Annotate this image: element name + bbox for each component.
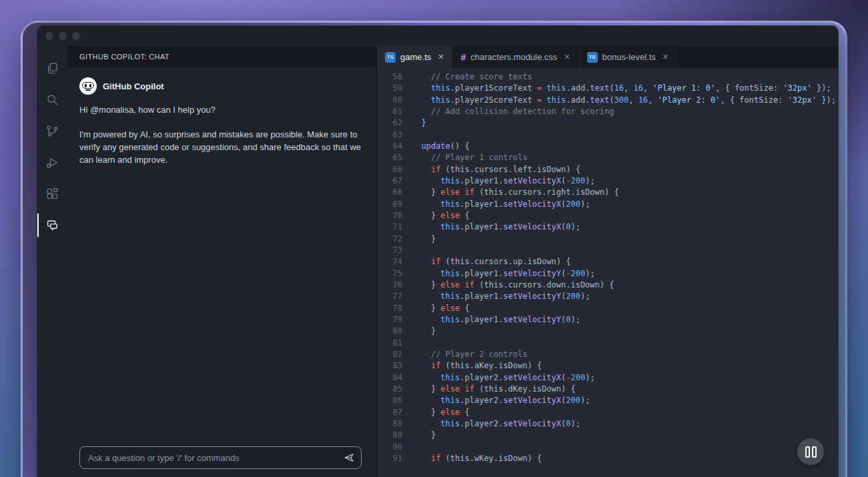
explorer-icon bbox=[45, 61, 59, 75]
code-line: 86 this.player2.setVelocityX(200); bbox=[377, 395, 838, 406]
code-line: 61 // Add collision detection for scorin… bbox=[377, 106, 838, 117]
code-editor[interactable]: 58 // Create score texts59 this.player1S… bbox=[377, 68, 838, 477]
chat-input-container bbox=[79, 446, 362, 469]
assistant-row: GitHub Copilot bbox=[79, 77, 363, 95]
code-line: 77 this.player1.setVelocityY(200); bbox=[377, 291, 838, 302]
tab-characters.module.css[interactable]: #characters.module.css✕ bbox=[452, 46, 578, 68]
title-bar bbox=[37, 26, 838, 46]
code-line: 89 } bbox=[377, 430, 838, 441]
greeting-message: Hi @monalisa, how can I help you? bbox=[79, 103, 363, 116]
typescript-file-icon: TS bbox=[587, 52, 598, 63]
traffic-light-close[interactable] bbox=[45, 32, 53, 40]
close-icon[interactable]: ✕ bbox=[564, 53, 570, 61]
code-line: 76 } else if (this.cursors.down.isDown) … bbox=[377, 280, 838, 291]
source-control-icon bbox=[45, 124, 59, 138]
line-number: 84 bbox=[377, 372, 402, 384]
line-number: 80 bbox=[377, 326, 402, 337]
line-number: 73 bbox=[377, 245, 402, 256]
line-number: 62 bbox=[377, 117, 402, 129]
code-line: 72 } bbox=[377, 233, 838, 245]
close-icon[interactable]: ✕ bbox=[438, 53, 444, 61]
line-number: 82 bbox=[377, 349, 402, 360]
tab-bar: TSgame.ts✕#characters.module.css✕TSbonus… bbox=[377, 46, 838, 68]
vscode-window: GITHUB COPILOT: CHAT GitHub Copilot Hi @… bbox=[37, 25, 839, 477]
code-line: 62 } bbox=[377, 117, 838, 129]
assistant-name: GitHub Copilot bbox=[103, 81, 164, 91]
line-number: 90 bbox=[377, 442, 402, 453]
pause-button[interactable] bbox=[797, 438, 824, 465]
code-line: 69 this.player1.setVelocityX(200); bbox=[377, 199, 838, 210]
code-line: 84 this.player2.setVelocityX(-200); bbox=[377, 372, 838, 384]
chat-panel-header: GITHUB COPILOT: CHAT bbox=[67, 46, 376, 67]
editor: TSgame.ts✕#characters.module.css✕TSbonus… bbox=[376, 46, 838, 477]
copilot-logo-icon bbox=[82, 81, 94, 91]
search-icon bbox=[45, 93, 59, 107]
traffic-light-minimize[interactable] bbox=[59, 32, 67, 40]
line-number: 63 bbox=[377, 129, 402, 141]
code-line: 88 this.player2.setVelocityX(0); bbox=[377, 418, 838, 430]
paper-plane-icon bbox=[343, 452, 355, 464]
tab-label: characters.module.css bbox=[470, 52, 557, 62]
line-number: 70 bbox=[377, 210, 402, 221]
css-module-file-icon: # bbox=[460, 52, 466, 63]
sidebar-item-extensions[interactable] bbox=[37, 178, 67, 209]
line-number: 85 bbox=[377, 384, 402, 395]
pause-icon bbox=[805, 446, 810, 458]
code-line: 63 bbox=[377, 129, 838, 141]
sidebar-item-run-debug[interactable] bbox=[37, 147, 67, 178]
sidebar-item-search[interactable] bbox=[37, 84, 67, 115]
close-icon[interactable]: ✕ bbox=[663, 53, 669, 61]
extensions-icon bbox=[45, 187, 59, 201]
code-line: 87 } else { bbox=[377, 407, 838, 418]
line-number: 79 bbox=[377, 314, 402, 326]
line-number: 72 bbox=[377, 233, 402, 245]
line-number: 60 bbox=[377, 95, 402, 106]
code-line: 85 } else if (this.dKey.isDown) { bbox=[377, 384, 838, 395]
copilot-avatar bbox=[79, 77, 97, 95]
line-number: 86 bbox=[377, 395, 402, 406]
send-button[interactable] bbox=[340, 448, 358, 467]
disclaimer-message: I'm powered by AI, so surprises and mist… bbox=[79, 128, 363, 166]
code-line: 91 if (this.wKey.isDown) { bbox=[377, 453, 838, 464]
code-line: 65 // Player 1 controls bbox=[377, 152, 838, 163]
active-indicator bbox=[37, 213, 39, 237]
line-number: 69 bbox=[377, 199, 402, 210]
code-line: 70 } else { bbox=[377, 210, 838, 221]
assistant-message-block: GitHub Copilot Hi @monalisa, how can I h… bbox=[79, 77, 363, 176]
line-number: 89 bbox=[377, 430, 402, 441]
code-line: 71 this.player1.setVelocityX(0); bbox=[377, 221, 838, 233]
copilot-chat-panel: GITHUB COPILOT: CHAT GitHub Copilot Hi @… bbox=[67, 46, 376, 477]
activity-bar bbox=[37, 46, 67, 477]
line-number: 59 bbox=[377, 83, 402, 94]
chat-input[interactable] bbox=[80, 453, 340, 463]
line-number: 76 bbox=[377, 280, 402, 291]
code-line: 66 if (this.cursors.left.isDown) { bbox=[377, 164, 838, 175]
sidebar-item-source-control[interactable] bbox=[37, 115, 67, 147]
sidebar-item-chat[interactable] bbox=[37, 209, 67, 241]
code-line: 90 bbox=[377, 442, 838, 453]
tab-label: game.ts bbox=[400, 52, 431, 62]
line-number: 65 bbox=[377, 152, 402, 163]
tab-label: bonus-level.ts bbox=[602, 52, 656, 62]
chat-messages: GitHub Copilot Hi @monalisa, how can I h… bbox=[67, 67, 376, 176]
code-line: 59 this.player1ScoreText = this.add.text… bbox=[377, 83, 838, 94]
code-line: 74 if (this.cursors.up.isDown) { bbox=[377, 256, 838, 268]
line-number: 61 bbox=[377, 106, 402, 117]
sidebar-item-explorer[interactable] bbox=[37, 53, 67, 84]
code-line: 83 if (this.aKey.isDown) { bbox=[377, 360, 838, 372]
line-number: 75 bbox=[377, 268, 402, 280]
line-number: 83 bbox=[377, 360, 402, 372]
code-line: 68 } else if (this.cursors.right.isDown)… bbox=[377, 187, 838, 198]
line-number: 88 bbox=[377, 418, 402, 430]
tab-game.ts[interactable]: TSgame.ts✕ bbox=[377, 46, 452, 68]
line-number: 71 bbox=[377, 221, 402, 233]
typescript-file-icon: TS bbox=[385, 52, 396, 63]
line-number: 87 bbox=[377, 407, 402, 418]
code-line: 81 bbox=[377, 338, 838, 349]
traffic-light-zoom[interactable] bbox=[72, 32, 80, 40]
line-number: 77 bbox=[377, 291, 402, 302]
code-line: 75 this.player1.setVelocityY(-200); bbox=[377, 268, 838, 280]
main-row: GITHUB COPILOT: CHAT GitHub Copilot Hi @… bbox=[37, 46, 838, 477]
code-line: 79 this.player1.setVelocityY(0); bbox=[377, 314, 838, 326]
tab-bonus-level.ts[interactable]: TSbonus-level.ts✕ bbox=[579, 46, 677, 68]
